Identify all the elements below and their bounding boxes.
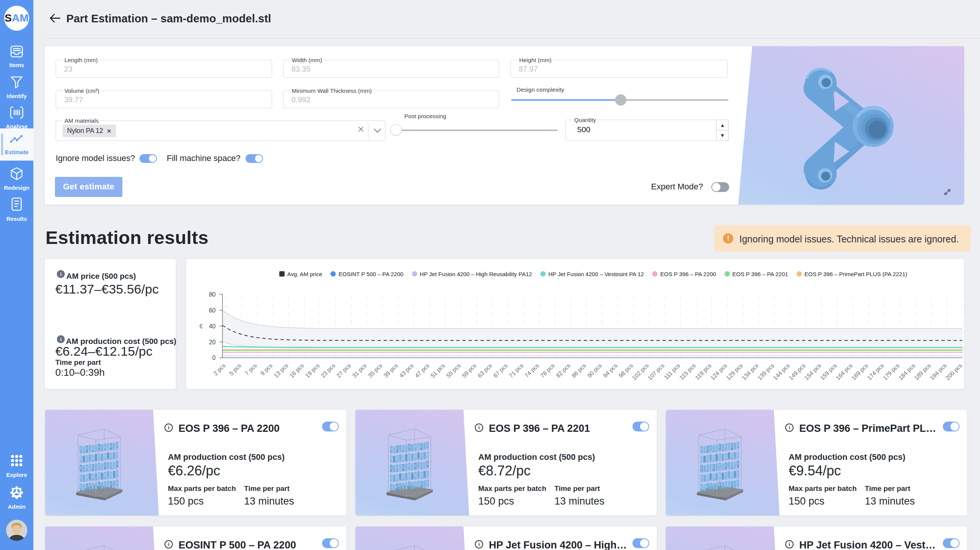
svg-text:80: 80: [209, 291, 216, 298]
svg-text:0: 0: [212, 354, 216, 361]
svg-text:107 pcs: 107 pcs: [646, 362, 666, 382]
svg-text:179 pcs: 179 pcs: [881, 362, 901, 382]
svg-text:20: 20: [209, 339, 216, 345]
svg-text:200 pcs: 200 pcs: [944, 362, 964, 382]
svg-text:86 pcs: 86 pcs: [570, 362, 587, 379]
svg-text:144 pcs: 144 pcs: [772, 362, 791, 382]
svg-text:159 pcs: 159 pcs: [819, 362, 838, 382]
svg-text:74 pcs: 74 pcs: [523, 362, 540, 379]
svg-text:€: €: [199, 323, 203, 330]
svg-text:31 pcs: 31 pcs: [351, 362, 368, 379]
svg-text:39 pcs: 39 pcs: [382, 362, 399, 379]
svg-text:164 pcs: 164 pcs: [834, 362, 854, 382]
svg-text:189 pcs: 189 pcs: [913, 362, 932, 382]
svg-text:7 pcs: 7 pcs: [244, 362, 258, 377]
svg-text:111 pcs: 111 pcs: [663, 362, 681, 381]
svg-text:67 pcs: 67 pcs: [492, 362, 509, 379]
svg-text:35 pcs: 35 pcs: [366, 362, 383, 379]
svg-text:94 pcs: 94 pcs: [602, 362, 619, 379]
svg-text:119 pcs: 119 pcs: [694, 362, 713, 381]
svg-text:19 pcs: 19 pcs: [304, 362, 321, 379]
svg-text:55 pcs: 55 pcs: [445, 362, 461, 379]
svg-text:71 pcs: 71 pcs: [508, 362, 525, 379]
svg-text:90 pcs: 90 pcs: [586, 362, 603, 379]
svg-text:40: 40: [209, 323, 216, 329]
svg-text:16 pcs: 16 pcs: [288, 362, 305, 379]
svg-text:124 pcs: 124 pcs: [709, 362, 729, 382]
svg-text:23 pcs: 23 pcs: [320, 362, 336, 379]
svg-text:102 pcs: 102 pcs: [631, 362, 650, 382]
svg-text:2 pcs: 2 pcs: [212, 362, 227, 377]
svg-text:9 pcs: 9 pcs: [259, 362, 274, 377]
svg-text:174 pcs: 174 pcs: [866, 362, 885, 382]
svg-text:60: 60: [209, 307, 216, 314]
svg-text:63 pcs: 63 pcs: [476, 362, 493, 379]
svg-text:139 pcs: 139 pcs: [756, 362, 775, 382]
svg-text:134 pcs: 134 pcs: [740, 362, 760, 382]
svg-text:5 pcs: 5 pcs: [228, 362, 242, 377]
svg-text:27 pcs: 27 pcs: [336, 362, 352, 379]
svg-text:47 pcs: 47 pcs: [414, 362, 431, 379]
svg-text:13 pcs: 13 pcs: [272, 362, 289, 379]
svg-text:43 pcs: 43 pcs: [398, 362, 415, 379]
svg-text:51 pcs: 51 pcs: [430, 362, 446, 379]
svg-text:115 pcs: 115 pcs: [678, 362, 697, 381]
svg-text:169 pcs: 169 pcs: [850, 362, 870, 382]
svg-text:129 pcs: 129 pcs: [725, 362, 744, 382]
svg-text:154 pcs: 154 pcs: [803, 362, 822, 382]
svg-text:78 pcs: 78 pcs: [539, 362, 555, 379]
svg-text:194 pcs: 194 pcs: [929, 362, 948, 382]
svg-text:59 pcs: 59 pcs: [461, 362, 477, 379]
svg-text:184 pcs: 184 pcs: [897, 362, 917, 382]
svg-text:82 pcs: 82 pcs: [555, 362, 571, 379]
svg-text:149 pcs: 149 pcs: [788, 362, 807, 382]
